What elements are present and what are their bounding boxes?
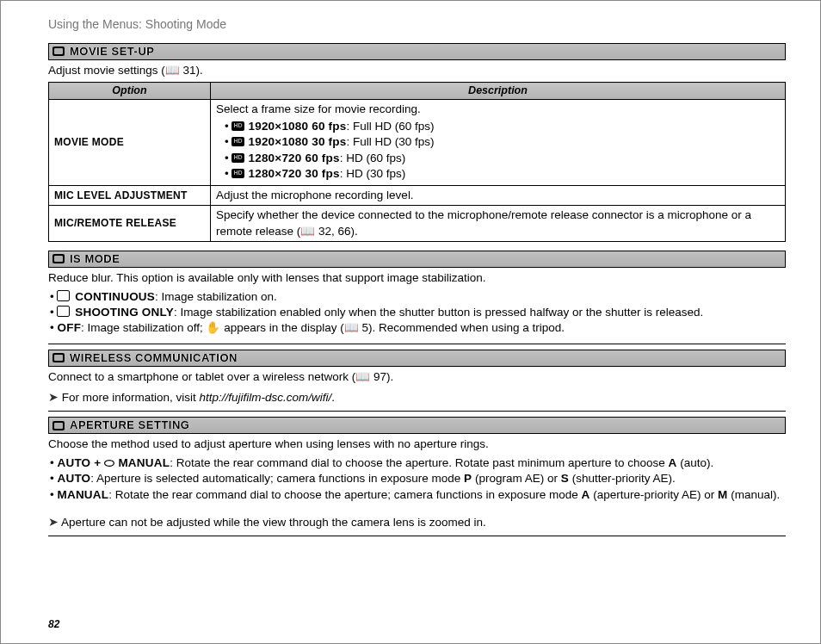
hd-icon bbox=[231, 153, 244, 163]
is-icon bbox=[52, 254, 65, 263]
section-bar-aperture: APERTURE SETTING bbox=[48, 417, 786, 434]
section-bar-wireless: WIRELESS COMMUNICATION bbox=[48, 350, 786, 367]
section-subtext: Reduce blur. This option is available on… bbox=[48, 270, 786, 286]
section-title: IS MODE bbox=[70, 251, 120, 267]
note-line: For more information, visit http://fujif… bbox=[48, 390, 786, 412]
section-bar-is-mode: IS MODE bbox=[48, 251, 786, 268]
row-desc-mic-level: Adjust the microphone recording level. bbox=[211, 186, 786, 206]
section-title: MOVIE SET-UP bbox=[70, 44, 154, 59]
note-line: Aperture can not be adjusted while the v… bbox=[48, 515, 786, 536]
section-title: WIRELESS COMMUNICATION bbox=[70, 350, 238, 366]
movie-icon bbox=[52, 46, 65, 56]
section-subtext: Connect to a smartphone or tablet over a… bbox=[48, 369, 786, 385]
hd-icon bbox=[231, 137, 244, 146]
th-option: Option bbox=[49, 83, 211, 100]
row-desc-movie-mode: Select a frame size for movie recording.… bbox=[211, 99, 786, 185]
is-sub-icon bbox=[57, 290, 70, 301]
section-title: APERTURE SETTING bbox=[70, 418, 189, 433]
row-label-mic-level: MIC LEVEL ADJUSTMENT bbox=[49, 186, 211, 206]
row-desc-mic-remote: Specify whether the device connected to … bbox=[211, 206, 786, 241]
row-label-movie-mode: MOVIE MODE bbox=[49, 99, 211, 185]
section-bar-movie-setup: MOVIE SET-UP bbox=[48, 43, 786, 60]
aperture-icon bbox=[52, 421, 65, 430]
manual-page: Using the Menus: Shooting Mode MOVIE SET… bbox=[0, 0, 821, 644]
hd-icon bbox=[231, 121, 244, 131]
wireless-icon bbox=[52, 353, 65, 362]
row-label-mic-remote: MIC/REMOTE RELEASE bbox=[49, 206, 211, 241]
is-sub-icon bbox=[57, 306, 70, 317]
hd-icon bbox=[231, 169, 244, 178]
page-number: 82 bbox=[48, 617, 59, 631]
section-subtext: Adjust movie settings (📖 31). bbox=[48, 63, 786, 78]
th-description: Description bbox=[211, 83, 786, 100]
movie-setup-table: Option Description MOVIE MODE Select a f… bbox=[48, 82, 786, 242]
page-header: Using the Menus: Shooting Mode bbox=[48, 16, 786, 33]
section-subtext: Choose the method used to adjust apertur… bbox=[48, 437, 786, 452]
